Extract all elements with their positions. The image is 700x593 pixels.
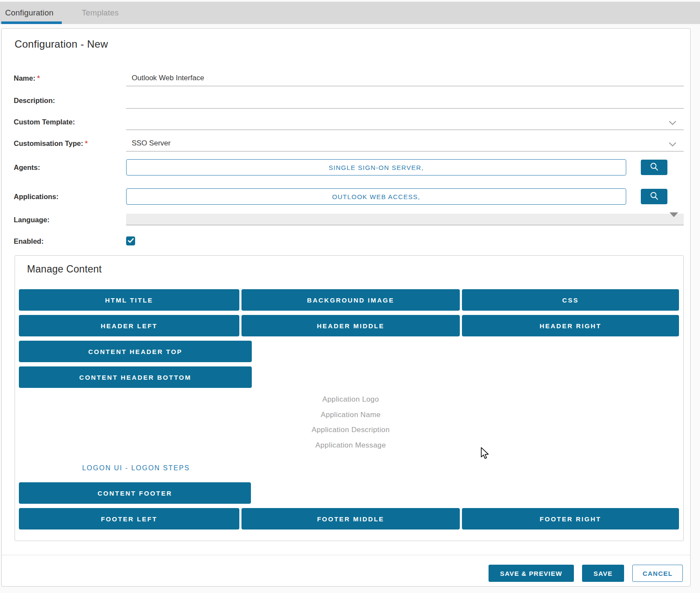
applications-field[interactable]: OUTLOOK WEB ACCESS, [126, 188, 626, 205]
required-marker: * [37, 74, 39, 82]
enabled-label: Enabled: [14, 236, 123, 246]
customisation-type-label: Customisation Type:* [14, 135, 123, 151]
description-field[interactable] [126, 92, 684, 109]
agents-field[interactable]: SINGLE SIGN-ON SERVER, [126, 159, 626, 175]
footer-divider [2, 555, 690, 555]
checkmark-icon [128, 237, 134, 245]
search-icon [649, 162, 659, 173]
language-label: Language: [14, 214, 123, 226]
content-footer-button[interactable]: CONTENT FOOTER [19, 482, 251, 504]
name-label: Name:* [14, 70, 123, 86]
footer-left-button[interactable]: FOOTER LEFT [19, 508, 239, 529]
description-label: Description: [14, 92, 123, 109]
save-and-preview-button[interactable]: SAVE & PREVIEW [489, 565, 574, 582]
agents-search-button[interactable] [641, 160, 667, 175]
customisation-type-select[interactable]: SSO Server [126, 135, 684, 151]
applications-search-button[interactable] [641, 189, 667, 204]
caret-down-icon [670, 212, 678, 217]
html-title-button[interactable]: HTML TITLE [19, 289, 239, 311]
content-header-top-button[interactable]: CONTENT HEADER TOP [19, 341, 252, 362]
application-name-placeholder: Application Name [241, 408, 460, 421]
tab-configuration[interactable]: Configuration [0, 2, 63, 24]
content-header-bottom-button[interactable]: CONTENT HEADER BOTTOM [19, 366, 252, 388]
tab-templates[interactable]: Templates [77, 2, 128, 24]
application-message-placeholder: Application Message [241, 439, 460, 452]
header-right-button[interactable]: HEADER RIGHT [462, 315, 679, 336]
name-field[interactable]: Outlook Web Interface [126, 70, 684, 86]
footer-middle-button[interactable]: FOOTER MIDDLE [241, 508, 460, 529]
manage-content-section: Manage Content HTML TITLE BACKGROUND IMA… [15, 255, 684, 541]
application-description-placeholder: Application Description [241, 424, 460, 436]
agents-label: Agents: [14, 158, 123, 176]
cancel-button[interactable]: CANCEL [632, 565, 683, 582]
css-button[interactable]: CSS [462, 289, 679, 311]
page-title: Configuration - New [15, 38, 108, 50]
chevron-down-icon[interactable] [669, 120, 676, 125]
configuration-panel: Configuration - New Name:* Outlook Web I… [1, 28, 691, 587]
background-image-button[interactable]: BACKGROUND IMAGE [241, 289, 460, 311]
chevron-down-icon[interactable] [669, 141, 676, 146]
tab-templates-label: Templates [82, 8, 119, 18]
custom-template-select[interactable] [126, 114, 684, 130]
header-middle-button[interactable]: HEADER MIDDLE [241, 315, 460, 336]
header-left-button[interactable]: HEADER LEFT [19, 315, 239, 336]
enabled-checkbox[interactable] [126, 236, 135, 245]
search-icon [649, 191, 659, 203]
applications-label: Applications: [14, 188, 123, 206]
manage-content-title: Manage Content [27, 263, 102, 275]
logon-ui-logon-steps-link[interactable]: LOGON UI - LOGON STEPS [26, 462, 246, 475]
language-select [126, 214, 684, 225]
save-button[interactable]: SAVE [582, 565, 625, 582]
custom-template-label: Custom Template: [14, 114, 123, 130]
action-bar: SAVE & PREVIEW SAVE CANCEL [489, 565, 683, 582]
tab-bar: Configuration Templates [0, 2, 700, 24]
tab-configuration-label: Configuration [5, 8, 54, 18]
required-marker: * [85, 139, 88, 147]
footer-right-button[interactable]: FOOTER RIGHT [462, 508, 679, 529]
application-logo-placeholder: Application Logo [241, 393, 460, 406]
